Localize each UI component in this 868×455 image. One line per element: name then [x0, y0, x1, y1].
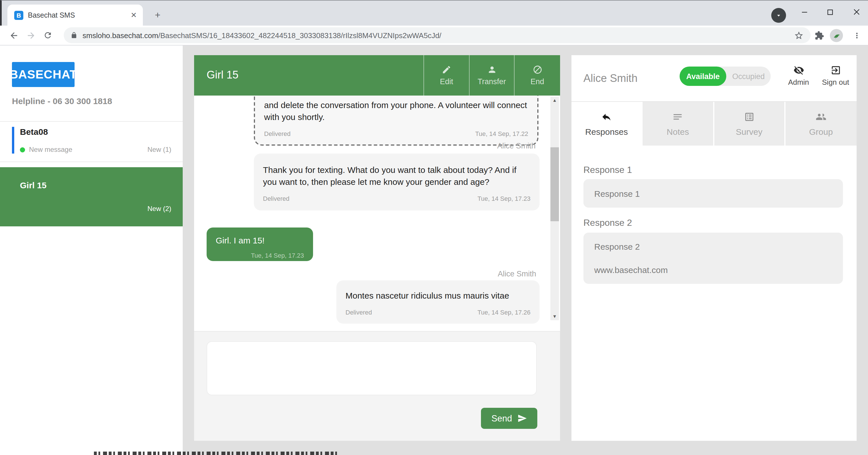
- reply-icon: [601, 111, 612, 122]
- tab-group[interactable]: Group: [785, 102, 857, 145]
- send-button[interactable]: Send: [481, 408, 537, 429]
- chat-header: Girl 15 Edit Transfer End: [194, 55, 560, 96]
- composer-area: Send: [194, 331, 560, 441]
- message-time: Tue, 14 Sep, 17.23: [251, 250, 304, 262]
- message-scrollbar[interactable]: ▲ ▼: [550, 97, 559, 320]
- conversation-item-beta08[interactable]: Beta08 New message New (1): [0, 121, 183, 162]
- window-maximize-button[interactable]: [818, 1, 841, 23]
- message-input[interactable]: [207, 341, 537, 395]
- agent-tabs: Responses Notes Survey Group: [571, 101, 857, 145]
- message-sender: Alice Smith: [497, 141, 536, 150]
- bookmark-star-icon[interactable]: [794, 30, 804, 40]
- sign-out-button[interactable]: Sign out: [818, 65, 852, 87]
- eye-off-icon: [793, 65, 804, 76]
- response-1-card[interactable]: Response 1: [583, 179, 843, 207]
- agent-name: Alice Smith: [583, 72, 638, 85]
- browser-window: B Basechat SMS ✕ + smsloho.basechat.com/…: [0, 0, 868, 455]
- favicon-icon: B: [14, 11, 23, 20]
- address-bar[interactable]: smsloho.basechat.com/BasechatSMS/16_1843…: [64, 27, 810, 43]
- unread-indicator-bar: [12, 127, 14, 154]
- message-status: Delivered: [345, 306, 372, 319]
- clipped-text-artifact: [94, 452, 339, 455]
- profile-avatar[interactable]: [830, 29, 843, 42]
- conversation-status: New message: [29, 145, 72, 154]
- message-time: Tue, 14 Sep, 17.22: [475, 128, 528, 140]
- response-2-card[interactable]: Response 2 www.basechat.com: [583, 233, 843, 284]
- conversation-name: Beta08: [20, 127, 48, 136]
- tab-survey[interactable]: Survey: [714, 102, 785, 145]
- transfer-button[interactable]: Transfer: [469, 55, 514, 96]
- conversation-badge: New (2): [147, 205, 171, 213]
- tab-notes[interactable]: Notes: [643, 102, 714, 145]
- extensions-puzzle-icon[interactable]: [812, 28, 827, 43]
- message-text: Girl. I am 15!: [216, 234, 304, 246]
- availability-toggle: Available Occupied: [680, 67, 771, 86]
- back-button[interactable]: [6, 27, 22, 43]
- message-time: Tue, 14 Sep, 17.26: [477, 306, 530, 319]
- message-text: Thank you for texting. What do you want …: [263, 164, 530, 188]
- browser-tab[interactable]: B Basechat SMS ✕: [7, 5, 143, 26]
- response-link-text: www.basechat.com: [594, 265, 832, 275]
- tab-responses[interactable]: Responses: [571, 102, 643, 145]
- admin-button[interactable]: Admin: [781, 65, 816, 87]
- message-status: Delivered: [263, 193, 289, 205]
- conversation-item-girl15[interactable]: Girl 15 New (2): [0, 167, 183, 226]
- lock-icon: [70, 31, 78, 39]
- tab-close-icon[interactable]: ✕: [129, 11, 138, 20]
- response-1-label: Response 1: [583, 165, 632, 175]
- menu-kebab-icon[interactable]: [849, 28, 864, 43]
- message-list: and delete the conversation from your ph…: [194, 96, 560, 331]
- notes-icon: [673, 111, 683, 122]
- app-content: BASECHAT Helpline - 06 30 300 1818 Beta0…: [0, 45, 868, 455]
- conversation-badge: New (1): [147, 145, 171, 154]
- screenshot-stage: B Basechat SMS ✕ + smsloho.basechat.com/…: [0, 0, 868, 455]
- available-toggle-option[interactable]: Available: [680, 67, 726, 86]
- occupied-toggle-option[interactable]: Occupied: [726, 67, 771, 86]
- chat-panel: Girl 15 Edit Transfer End and delete the…: [194, 55, 560, 441]
- message-text: Montes nascetur ridiculus mus mauris vit…: [345, 290, 530, 301]
- message-sender: Alice Smith: [498, 269, 536, 278]
- new-message-dot-icon: [20, 147, 25, 152]
- forward-button[interactable]: [23, 27, 39, 43]
- url-text: smsloho.basechat.com/BasechatSMS/16_1843…: [83, 31, 794, 39]
- scrollbar-thumb[interactable]: [550, 147, 559, 221]
- message-status: Delivered: [264, 128, 290, 140]
- survey-icon: [744, 111, 754, 122]
- tab-strip: B Basechat SMS ✕ +: [0, 0, 868, 26]
- chat-title: Girl 15: [207, 69, 239, 81]
- pencil-icon: [442, 65, 452, 74]
- edit-button[interactable]: Edit: [424, 55, 469, 96]
- group-icon: [816, 111, 827, 122]
- exit-icon: [830, 65, 841, 76]
- profile-caret-icon[interactable]: [771, 8, 786, 23]
- window-close-button[interactable]: [845, 1, 868, 23]
- incoming-message-bubble: Thank you for texting. What do you want …: [254, 154, 539, 210]
- message-time: Tue, 14 Sep, 17.23: [477, 193, 530, 205]
- block-icon: [532, 65, 542, 74]
- conversation-name: Girl 15: [20, 180, 46, 190]
- scroll-down-icon[interactable]: ▼: [550, 313, 559, 320]
- tab-title: Basechat SMS: [28, 11, 129, 19]
- agent-panel: Alice Smith Available Occupied Admin Sig…: [571, 55, 857, 441]
- scroll-up-icon[interactable]: ▲: [550, 97, 559, 104]
- end-button[interactable]: End: [514, 55, 560, 96]
- message-text: and delete the conversation from your ph…: [264, 99, 528, 123]
- conversation-sidebar: BASECHAT Helpline - 06 30 300 1818 Beta0…: [0, 45, 183, 455]
- window-minimize-button[interactable]: [793, 1, 816, 23]
- new-tab-button[interactable]: +: [151, 8, 164, 22]
- outgoing-message-bubble: Girl. I am 15! Tue, 14 Sep, 17.23: [207, 228, 313, 261]
- incoming-message-bubble: Montes nascetur ridiculus mus mauris vit…: [336, 281, 539, 324]
- system-message-bubble: and delete the conversation from your ph…: [254, 96, 538, 145]
- response-2-label: Response 2: [583, 218, 632, 228]
- response-text: Response 1: [594, 189, 640, 198]
- reload-button[interactable]: [40, 27, 56, 43]
- person-icon: [487, 65, 497, 74]
- helpline-label: Helpline - 06 30 300 1818: [12, 96, 112, 106]
- send-plane-icon: [517, 414, 527, 423]
- basechat-logo: BASECHAT: [12, 62, 74, 87]
- response-text: Response 2: [594, 242, 832, 251]
